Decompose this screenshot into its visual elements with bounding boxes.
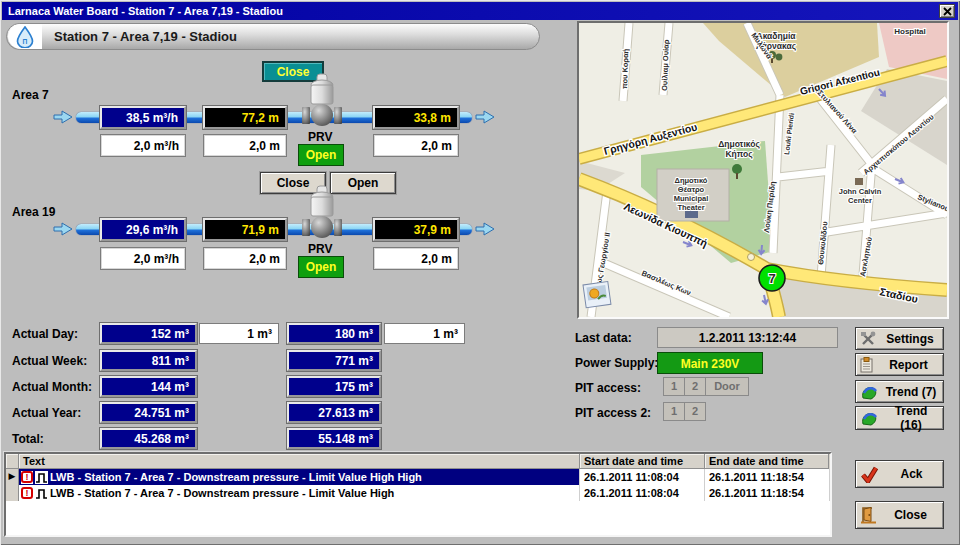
- area7-flow-setpoint-field[interactable]: 2,0 m³/h: [100, 134, 186, 157]
- stat-total-a: 45.268 m³: [100, 428, 197, 449]
- station-7-map-marker[interactable]: 7: [759, 265, 785, 291]
- pit-access2-1-indicator: 1: [663, 402, 685, 421]
- alarm-table: Text Start date and time End date and ti…: [4, 452, 832, 537]
- area7-label: Area 7: [12, 88, 49, 102]
- last-data-value: 1.2.2011 13:12:44: [657, 327, 838, 348]
- end-column-header: End date and time: [705, 454, 829, 469]
- close-button[interactable]: Close: [855, 501, 944, 529]
- area7-upstream-setpoint-field[interactable]: 2,0 m: [203, 134, 287, 157]
- area19-downstream-setpoint-field[interactable]: 2,0 m: [373, 247, 459, 270]
- pit-access-door-indicator: Door: [705, 377, 749, 396]
- map-label-ouiliam: Ουίλιαμ Ουίαρ: [660, 39, 671, 91]
- app-window: Larnaca Water Board - Station 7 - Area 7…: [0, 0, 960, 545]
- trend-chart-icon: [860, 410, 878, 426]
- trend-16-button[interactable]: Trend (16): [855, 406, 944, 430]
- report-icon: [860, 357, 873, 373]
- stat-day-b2: 1 m³: [384, 323, 465, 344]
- location-map[interactable]: Ακαδημία Λάρνακας Hospital Grigori Afxen…: [577, 21, 949, 319]
- area7-prv-label: PRV: [308, 130, 332, 144]
- flow-arrow-icon: [52, 222, 74, 236]
- alarm-row[interactable]: ! LWB - Station 7 - Area 7 - Downstream …: [6, 485, 830, 501]
- stat-day-a2: 1 m³: [199, 323, 279, 344]
- map-label-park: Δημοτικός: [718, 139, 760, 149]
- svg-text:Municipal: Municipal: [674, 194, 709, 203]
- power-supply-label: Power Supply:: [575, 356, 658, 370]
- stat-month-a: 144 m³: [100, 376, 197, 397]
- alarm-end: 26.1.2011 11:18:54: [705, 469, 830, 485]
- row-selector: [6, 485, 19, 501]
- area19-label: Area 19: [12, 205, 55, 219]
- alarm-row[interactable]: ▶ ! LWB - Station 7 - Area 7 - Downstrea…: [6, 469, 830, 485]
- stat-month-label: Actual Month:: [12, 380, 92, 394]
- svg-text:Θέατρο: Θέατρο: [678, 185, 705, 194]
- svg-text:Π: Π: [23, 38, 28, 45]
- flow-arrow-icon: [52, 110, 74, 124]
- stat-year-a: 24.751 m³: [100, 402, 197, 423]
- area19-upstream-pressure-display: 71,9 m: [203, 218, 287, 241]
- settings-button[interactable]: Settings: [855, 327, 944, 350]
- alarm-end: 26.1.2011 11:18:54: [705, 485, 830, 501]
- report-button[interactable]: Report: [855, 353, 944, 376]
- red-check-icon: [860, 466, 879, 483]
- selector-column-header: [6, 454, 19, 469]
- alarm-text: LWB - Station 7 - Area 7 - Downstream pr…: [50, 471, 422, 483]
- area7-downstream-setpoint-field[interactable]: 2,0 m: [373, 134, 459, 157]
- door-icon: [860, 506, 877, 524]
- svg-text:Center: Center: [848, 196, 872, 205]
- map-label-hospital: Hospital: [894, 27, 926, 36]
- last-data-label: Last data:: [575, 331, 632, 345]
- stat-day-label: Actual Day:: [12, 327, 78, 341]
- flow-arrow-icon: [474, 110, 496, 124]
- alarm-text: LWB - Station 7 - Area 7 - Downstream pr…: [50, 487, 394, 499]
- svg-text:7: 7: [768, 271, 775, 286]
- map-attribution-icon: [583, 282, 611, 308]
- area19-prv-valve-icon: [300, 184, 344, 240]
- map-label-theater: Δημοτικό: [675, 176, 708, 185]
- alarm-start: 26.1.2011 11:08:04: [580, 485, 705, 501]
- trend-chart-icon: [860, 384, 878, 400]
- pit-access-1-indicator: 1: [663, 377, 685, 396]
- alarm-exclamation-icon: !: [21, 487, 33, 500]
- water-drop-icon: Π: [8, 24, 42, 49]
- start-column-header: Start date and time: [580, 454, 705, 469]
- window-title: Larnaca Water Board - Station 7 - Area 7…: [8, 5, 939, 17]
- power-supply-status: Main 230V: [657, 352, 763, 374]
- close-icon: [943, 7, 952, 16]
- ack-button[interactable]: Ack: [855, 460, 944, 488]
- stat-total-label: Total:: [12, 432, 44, 446]
- window-close-button[interactable]: [939, 4, 955, 18]
- pit-access-label: PIT access:: [575, 381, 641, 395]
- area19-flow-display: 29,6 m³/h: [100, 218, 186, 241]
- stat-day-a: 152 m³: [100, 323, 197, 344]
- tools-icon: [860, 331, 876, 346]
- trend-7-button[interactable]: Trend (7): [855, 380, 944, 403]
- map-label-korai: που Κοραή: [620, 48, 630, 89]
- text-column-header: Text: [19, 454, 580, 469]
- pit-access2-label: PIT access 2:: [575, 406, 651, 420]
- svg-text:Κήπος: Κήπος: [725, 149, 753, 159]
- area19-flow-setpoint-field[interactable]: 2,0 m³/h: [100, 247, 186, 270]
- page-header: Π Station 7 - Area 7,19 - Stadiou: [6, 23, 540, 50]
- stat-year-b: 27.613 m³: [287, 402, 381, 423]
- page-title: Station 7 - Area 7,19 - Stadiou: [54, 29, 237, 44]
- alarm-step-icon: [35, 487, 48, 500]
- area7-upstream-pressure-display: 77,2 m: [203, 106, 287, 129]
- alarm-table-header: Text Start date and time End date and ti…: [6, 454, 830, 469]
- svg-text:Theater: Theater: [677, 203, 704, 212]
- area19-downstream-pressure-display: 37,9 m: [373, 218, 459, 241]
- row-selector-arrow: ▶: [6, 469, 19, 485]
- stat-month-b: 175 m³: [287, 376, 381, 397]
- area19-upstream-setpoint-field[interactable]: 2,0 m: [203, 247, 287, 270]
- area19-prv-status: Open: [298, 256, 344, 278]
- map-jcc-building: [855, 178, 863, 185]
- pit-access2-2-indicator: 2: [684, 402, 706, 421]
- stat-week-label: Actual Week:: [12, 354, 87, 368]
- flow-arrow-icon: [474, 222, 496, 236]
- pit-access-2-indicator: 2: [684, 377, 706, 396]
- stat-week-b: 771 m³: [287, 350, 381, 371]
- area19-prv-label: PRV: [308, 242, 332, 256]
- map-park-tree-icon: [732, 164, 742, 174]
- area7-flow-display: 38,5 m³/h: [100, 106, 186, 129]
- stat-week-a: 811 m³: [100, 350, 197, 371]
- stat-day-b: 180 m³: [287, 323, 381, 344]
